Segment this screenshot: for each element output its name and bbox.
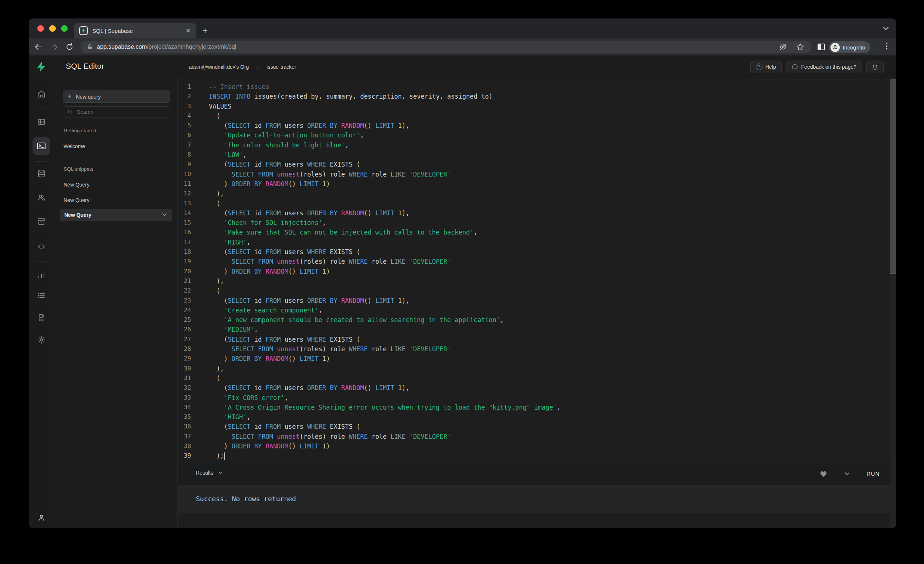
code-line-15[interactable]: 'Check for SQL injections',	[209, 218, 561, 227]
code-line-31[interactable]: (	[209, 373, 561, 383]
edge-functions-icon[interactable]	[33, 238, 50, 256]
storage-icon[interactable]	[33, 213, 50, 230]
home-icon[interactable]	[33, 85, 50, 103]
code-line-10[interactable]: SELECT FROM unnest(roles) role WHERE rol…	[209, 169, 561, 179]
code-line-39[interactable]: );	[209, 451, 561, 461]
supabase-logo[interactable]	[29, 55, 54, 78]
zoom-window-button[interactable]	[61, 25, 68, 32]
sidebar-item-new-query-1[interactable]: New Query	[64, 182, 90, 188]
code-line-12[interactable]: ),	[209, 189, 561, 198]
search-input[interactable]	[77, 109, 166, 115]
minimize-window-button[interactable]	[49, 25, 56, 32]
page-scrollbar[interactable]	[890, 78, 896, 528]
eye-off-icon[interactable]	[779, 43, 787, 51]
app-header: SQL Editor adam@windmill.dev's Org / iss…	[29, 55, 896, 78]
code-line-11[interactable]: ) ORDER BY RANDOM() LIMIT 1)	[209, 179, 561, 189]
code-line-17[interactable]: 'HIGH',	[209, 238, 561, 247]
code-line-33[interactable]: 'Fix CORS error',	[209, 393, 561, 402]
tab-strip: SQL | Supabase ✕ +	[29, 18, 896, 39]
page-title: SQL Editor	[66, 62, 104, 70]
run-button[interactable]: RUN	[867, 471, 880, 477]
url-bar[interactable]: app.supabase.com/project/azahtnhqohyjerz…	[81, 40, 812, 53]
code-line-13[interactable]: (	[209, 199, 561, 208]
code-line-38[interactable]: ) ORDER BY RANDOM() LIMIT 1)	[209, 441, 561, 451]
code-line-4[interactable]: (	[209, 111, 561, 121]
browser-menu-icon[interactable]	[886, 43, 887, 49]
run-options-chevron-icon[interactable]	[844, 472, 850, 475]
breadcrumb-org[interactable]: adam@windmill.dev's Org	[189, 64, 249, 70]
code-line-14[interactable]: (SELECT id FROM users ORDER BY RANDOM() …	[209, 208, 561, 218]
side-panel-icon[interactable]	[817, 42, 826, 51]
sql-code-editor[interactable]: 1234567891011121314151617181920212223242…	[178, 78, 890, 462]
code-line-35[interactable]: 'HIGH',	[209, 412, 561, 422]
code-line-20[interactable]: ) ORDER BY RANDOM() LIMIT 1)	[209, 267, 561, 276]
scrollbar-thumb[interactable]	[890, 79, 896, 274]
code-line-26[interactable]: 'MEDIUM',	[209, 325, 561, 334]
code-line-22[interactable]: (	[209, 286, 561, 295]
code-line-6[interactable]: 'Update call-to-action button color',	[209, 130, 561, 140]
rail-divider	[35, 162, 48, 162]
section-label-sql-snippets: SQL snippets	[64, 166, 93, 172]
sidebar-item-new-query-2[interactable]: New Query	[64, 197, 90, 203]
browser-tab[interactable]: SQL | Supabase ✕	[74, 23, 196, 39]
code-lines: -- Insert issuesINSERT INTO issues(creat…	[209, 82, 561, 461]
code-line-21[interactable]: ),	[209, 276, 561, 286]
account-icon[interactable]	[33, 509, 50, 527]
tab-close-icon[interactable]: ✕	[186, 27, 191, 35]
code-line-25[interactable]: 'A new component should be created to al…	[209, 315, 561, 325]
rail-divider	[35, 261, 48, 262]
breadcrumb-project[interactable]: issue-tracker	[267, 64, 296, 70]
code-line-29[interactable]: ) ORDER BY RANDOM() LIMIT 1)	[209, 354, 561, 364]
sidebar: + New query Getting started Welcome SQL …	[54, 78, 178, 528]
database-icon[interactable]	[33, 165, 50, 183]
results-dropdown[interactable]: Results	[196, 470, 223, 476]
forward-icon[interactable]	[50, 42, 58, 51]
sql-editor-icon[interactable]	[33, 137, 50, 155]
back-icon[interactable]	[34, 42, 43, 51]
code-line-23[interactable]: (SELECT id FROM users ORDER BY RANDOM() …	[209, 296, 561, 305]
code-line-16[interactable]: 'Make sure that SQL can not be injected …	[209, 227, 561, 237]
code-line-3[interactable]: VALUES	[209, 102, 561, 111]
incognito-badge: Incognito	[829, 41, 870, 53]
code-line-9[interactable]: (SELECT id FROM users WHERE EXISTS (	[209, 160, 561, 169]
search-box[interactable]	[63, 106, 170, 117]
table-editor-icon[interactable]	[33, 113, 50, 131]
code-line-27[interactable]: (SELECT id FROM users WHERE EXISTS (	[209, 335, 561, 344]
sidebar-item-new-query-selected[interactable]: New Query	[60, 209, 172, 221]
bookmark-star-icon[interactable]	[796, 43, 804, 51]
text-cursor	[224, 452, 225, 460]
auth-users-icon[interactable]	[33, 189, 50, 206]
close-window-button[interactable]	[38, 25, 44, 32]
code-line-30[interactable]: ),	[209, 364, 561, 373]
favorite-heart-icon[interactable]	[819, 470, 828, 477]
sidebar-item-welcome[interactable]: Welcome	[64, 143, 85, 149]
reports-icon[interactable]	[33, 266, 50, 284]
code-line-19[interactable]: SELECT FROM unnest(roles) role WHERE rol…	[209, 257, 561, 266]
code-line-24[interactable]: 'Create search component',	[209, 305, 561, 315]
code-line-5[interactable]: (SELECT id FROM users ORDER BY RANDOM() …	[209, 121, 561, 130]
docs-icon[interactable]	[33, 309, 50, 326]
code-line-2[interactable]: INSERT INTO issues(created_by, summary, …	[209, 91, 561, 101]
supabase-favicon	[79, 26, 88, 35]
new-tab-button[interactable]: +	[199, 24, 212, 37]
code-line-18[interactable]: (SELECT id FROM users WHERE EXISTS (	[209, 247, 561, 257]
settings-gear-icon[interactable]	[33, 331, 50, 349]
tab-search-chevron-icon[interactable]	[883, 27, 889, 30]
new-query-button[interactable]: + New query	[63, 90, 170, 103]
code-line-8[interactable]: 'LOW',	[209, 150, 561, 160]
incognito-spy-icon	[831, 43, 840, 52]
results-panel: Success. No rows returned	[178, 485, 890, 513]
reload-icon[interactable]	[65, 42, 74, 51]
code-line-36[interactable]: (SELECT id FROM users WHERE EXISTS (	[209, 422, 561, 431]
code-line-34[interactable]: 'A Cross Origin Resource Sharing error o…	[209, 402, 561, 412]
notifications-button[interactable]	[866, 61, 884, 73]
code-line-1[interactable]: -- Insert issues	[209, 82, 561, 91]
code-line-7[interactable]: 'The color should be light blue',	[209, 141, 561, 150]
feedback-button[interactable]: Feedback on this page?	[786, 61, 862, 73]
tab-title: SQL | Supabase	[92, 28, 186, 34]
help-button[interactable]: ? Help	[750, 61, 782, 73]
code-line-37[interactable]: SELECT FROM unnest(roles) role WHERE rol…	[209, 432, 561, 441]
code-line-28[interactable]: SELECT FROM unnest(roles) role WHERE rol…	[209, 344, 561, 354]
logs-icon[interactable]	[33, 287, 50, 304]
code-line-32[interactable]: (SELECT id FROM users ORDER BY RANDOM() …	[209, 383, 561, 393]
